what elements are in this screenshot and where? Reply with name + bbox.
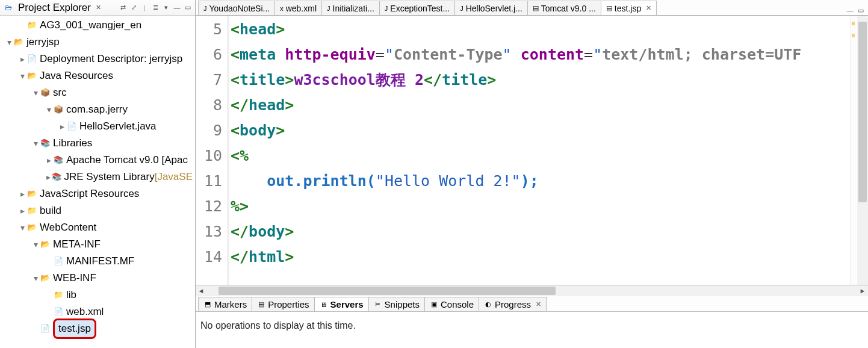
file-type-icon: ▤	[606, 4, 612, 12]
tree-item[interactable]: ▾📦com.sap.jerry	[0, 101, 195, 118]
line-number-gutter: 567891011121314	[196, 16, 229, 285]
collapse-all-icon[interactable]: ≣	[150, 3, 160, 13]
horizontal-scrollbar[interactable]: ◄ ►	[196, 285, 868, 296]
tree-item[interactable]: ▾📂META-INF	[0, 236, 195, 253]
tree-item[interactable]: ▸📄HelloServlet.java	[0, 118, 195, 135]
tree-node-label: Libraries	[53, 135, 92, 152]
tree-node-icon: 📄	[26, 54, 37, 64]
view-menu-icon[interactable]: ▾	[161, 3, 171, 13]
tree-node-label: Deployment Descriptor: jerryjsp	[40, 51, 182, 67]
code-line[interactable]: </head>	[231, 93, 868, 118]
code-line[interactable]: <%	[231, 143, 868, 169]
code-line[interactable]: %>	[231, 194, 868, 219]
expand-arrow-down-icon[interactable]: ▾	[31, 135, 40, 152]
scroll-right-icon[interactable]: ►	[857, 287, 868, 294]
expand-arrow-down-icon[interactable]: ▾	[31, 270, 40, 287]
tree-item[interactable]: ▾📚Libraries	[0, 135, 195, 152]
bottom-tab[interactable]: ▣Console	[424, 297, 479, 311]
code-line[interactable]: <meta http-equiv="Content-Type" content=…	[231, 42, 868, 67]
tree-node-label: MANIFEST.MF	[66, 253, 134, 270]
bottom-tab-label: Markers	[214, 299, 247, 309]
close-tab-icon[interactable]: ✕	[536, 300, 541, 308]
expand-arrow-down-icon[interactable]: ▾	[31, 84, 40, 101]
expand-arrow-down-icon[interactable]: ▾	[31, 236, 40, 253]
tree-item[interactable]: ▸📚JRE System Library [JavaSE	[0, 169, 195, 185]
minimize-view-icon[interactable]: —	[172, 3, 182, 13]
close-view-icon[interactable]: ✕	[96, 4, 101, 11]
project-explorer-title: Project Explorer	[18, 2, 91, 14]
editor-tab[interactable]: xweb.xml	[274, 1, 322, 15]
bottom-tab-icon: ◐	[484, 300, 492, 309]
editor-tab[interactable]: JExceptionTest...	[379, 1, 455, 15]
tree-node-icon: 📦	[40, 87, 51, 98]
scroll-left-icon[interactable]: ◄	[196, 287, 206, 294]
editor-tab[interactable]: ▤test.jsp✕	[601, 1, 657, 15]
tree-node-label: web.xml	[66, 303, 104, 320]
bottom-tab[interactable]: ⬒Markers	[198, 297, 252, 311]
editor-tab-label: HelloServlet.j...	[466, 4, 522, 13]
code-line[interactable]: <body>	[231, 118, 868, 143]
tree-item[interactable]: ▸📂JavaScript Resources	[0, 185, 195, 202]
code-line[interactable]: out.println("Hello World 2!");	[231, 169, 868, 194]
editor-tab[interactable]: JHelloServlet.j...	[454, 1, 528, 15]
tree-item[interactable]: 📁lib	[0, 287, 195, 303]
expand-arrow-down-icon[interactable]: ▾	[45, 101, 53, 118]
expand-arrow-down-icon[interactable]: ▾	[5, 34, 13, 51]
expand-arrow-right-icon[interactable]: ▸	[18, 202, 26, 219]
vertical-scroll-thumb[interactable]	[858, 22, 867, 202]
bottom-tab[interactable]: ▤Properties	[252, 297, 314, 311]
code-content[interactable]: <head><meta http-equiv="Content-Type" co…	[229, 16, 868, 285]
tree-node-icon: 📂	[40, 273, 51, 284]
tree-item[interactable]: ▾📂WebContent	[0, 219, 195, 236]
horizontal-scroll-thumb[interactable]	[219, 287, 556, 295]
code-line[interactable]: <head>	[231, 17, 868, 42]
overview-ruler[interactable]	[850, 16, 856, 285]
project-explorer-toolbar: ⇄ ⤢ | ≣ ▾ — ▭	[118, 3, 193, 13]
code-editor[interactable]: 567891011121314 <head><meta http-equiv="…	[196, 16, 868, 285]
tree-item[interactable]: ▾📂jerryjsp	[0, 34, 195, 51]
bottom-tab[interactable]: ◐Progress✕	[479, 297, 547, 311]
line-number: 14	[196, 244, 222, 270]
tree-item[interactable]: 📄MANIFEST.MF	[0, 253, 195, 270]
expand-arrow-right-icon[interactable]: ▸	[18, 51, 26, 67]
separator-icon: |	[140, 3, 149, 13]
tree-item[interactable]: 📄test.jsp	[0, 320, 195, 337]
tree-node-label: lib	[66, 287, 76, 303]
expand-arrow-right-icon[interactable]: ▸	[45, 152, 53, 169]
code-line[interactable]: <title>w3cschool教程 2</title>	[231, 67, 868, 93]
tree-item[interactable]: ▾📦src	[0, 84, 195, 101]
bottom-tab[interactable]: ✂Snippets	[368, 297, 425, 311]
minimize-editor-icon[interactable]: —	[845, 5, 855, 15]
expand-arrow-down-icon[interactable]: ▾	[18, 219, 26, 236]
tree-item[interactable]: ▸📄Deployment Descriptor: jerryjsp	[0, 51, 195, 67]
tree-item[interactable]: 📄web.xml	[0, 303, 195, 320]
code-line[interactable]: </html>	[231, 244, 868, 270]
tree-node-icon: 📁	[26, 205, 37, 216]
editor-tab[interactable]: JInitializati...	[321, 1, 380, 15]
close-tab-icon[interactable]: ✕	[646, 4, 651, 12]
maximize-editor-icon[interactable]: ▭	[856, 5, 866, 15]
editor-tab[interactable]: JYoudaoNoteSi...	[198, 1, 275, 15]
tree-item[interactable]: ▸📚Apache Tomcat v9.0 [Apac	[0, 152, 195, 169]
line-number: 12	[196, 194, 222, 219]
expand-arrow-right-icon[interactable]: ▸	[58, 118, 66, 135]
expand-arrow-right-icon[interactable]: ▸	[45, 169, 52, 185]
progress-view-body: No operations to display at this time.	[196, 312, 868, 348]
link-with-editor-icon[interactable]: ⇄	[118, 3, 128, 13]
expand-arrow-down-icon[interactable]: ▾	[18, 67, 26, 84]
project-tree[interactable]: 📁AG3_001_wangjer_en▾📂jerryjsp▸📄Deploymen…	[0, 16, 195, 348]
maximize-view-icon[interactable]: ▭	[183, 3, 193, 13]
code-line[interactable]: </body>	[231, 219, 868, 244]
vertical-scrollbar[interactable]	[857, 16, 868, 285]
tree-item[interactable]: ▾📂WEB-INF	[0, 270, 195, 287]
tree-node-icon: 📄	[66, 121, 77, 132]
tree-node-icon: 📦	[53, 104, 64, 115]
focus-icon[interactable]: ⤢	[129, 3, 138, 13]
tree-item[interactable]: 📁AG3_001_wangjer_en	[0, 17, 195, 34]
tree-item[interactable]: ▾📂Java Resources	[0, 67, 195, 84]
bottom-tab[interactable]: 🖥Servers	[314, 297, 369, 311]
tree-node-icon: 📄	[40, 323, 51, 334]
tree-item[interactable]: ▸📁build	[0, 202, 195, 219]
editor-tab[interactable]: ▤Tomcat v9.0 ...	[527, 1, 601, 15]
expand-arrow-right-icon[interactable]: ▸	[18, 185, 26, 202]
